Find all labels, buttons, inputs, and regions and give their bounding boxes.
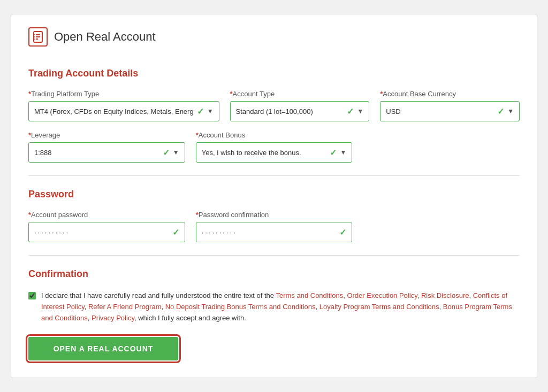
trading-section: Trading Account Details *Trading Platfor…	[28, 68, 520, 163]
account-type-group: *Account Type Standard (1 lot=100,000) ✓…	[230, 90, 370, 121]
form-row-2: *Leverage 1:888 ✓ ▼ *Account Bonus Yes, …	[28, 131, 520, 163]
page-header: Open Real Account	[28, 27, 520, 55]
platform-type-value: MT4 (Forex, CFDs on Equity Indices, Meta…	[34, 107, 197, 116]
page-title: Open Real Account	[54, 30, 156, 44]
check-icon: ✓	[197, 106, 204, 117]
loyalty-link[interactable]: Loyalty Program Terms and Conditions	[319, 303, 439, 311]
platform-type-label: *Trading Platform Type	[28, 90, 219, 98]
confirm-password-dots: ··········	[202, 228, 340, 236]
password-form-row: *Account password ·········· ✓ *Password…	[28, 211, 520, 242]
confirmation-section-title: Confirmation	[28, 268, 520, 280]
password-section-title: Password	[28, 189, 520, 200]
check-icon: ✓	[497, 106, 504, 117]
leverage-value: 1:888	[34, 149, 163, 157]
form-row-1: *Trading Platform Type MT4 (Forex, CFDs …	[28, 90, 520, 121]
base-currency-value: USD	[386, 107, 497, 116]
main-card: Open Real Account Trading Account Detail…	[11, 14, 537, 378]
account-bonus-label: *Account Bonus	[196, 131, 353, 139]
account-type-label: *Account Type	[230, 90, 370, 98]
open-account-button[interactable]: OPEN A REAL ACCOUNT	[28, 337, 178, 360]
dropdown-arrow-icon: ▼	[340, 149, 346, 156]
account-type-value: Standard (1 lot=100,000)	[236, 107, 347, 116]
document-icon	[28, 27, 48, 47]
password-confirm-group: *Password confirmation ·········· ✓	[196, 211, 353, 242]
spacer	[363, 211, 520, 242]
check-icon: ✓	[163, 148, 170, 158]
leverage-group: *Leverage 1:888 ✓ ▼	[28, 131, 185, 163]
password-dots: ··········	[34, 228, 172, 236]
password-section: Password *Account password ·········· ✓ …	[28, 189, 520, 242]
leverage-select[interactable]: 1:888 ✓ ▼	[28, 142, 185, 163]
account-password-group: *Account password ·········· ✓	[28, 211, 185, 242]
declaration-checkbox[interactable]	[28, 292, 36, 299]
account-bonus-group: *Account Bonus Yes, I wish to receive th…	[196, 131, 353, 163]
account-bonus-value: Yes, I wish to receive the bonus.	[202, 149, 330, 157]
privacy-policy-link[interactable]: Privacy Policy	[92, 314, 134, 322]
divider-1	[28, 175, 520, 176]
svg-point-4	[34, 34, 35, 35]
account-type-select[interactable]: Standard (1 lot=100,000) ✓ ▼	[230, 101, 370, 121]
password-confirm-label: *Password confirmation	[196, 211, 353, 219]
platform-type-select[interactable]: MT4 (Forex, CFDs on Equity Indices, Meta…	[28, 101, 219, 121]
dropdown-arrow-icon: ▼	[357, 107, 363, 115]
svg-point-6	[34, 39, 35, 40]
platform-type-group: *Trading Platform Type MT4 (Forex, CFDs …	[28, 90, 219, 121]
base-currency-group: *Account Base Currency USD ✓ ▼	[380, 90, 520, 121]
divider-2	[28, 255, 520, 256]
text-before: I declare that I have carefully read and…	[41, 291, 274, 299]
dropdown-arrow-icon: ▼	[507, 107, 514, 115]
check-icon: ✓	[339, 227, 346, 237]
spacer	[363, 131, 520, 163]
risk-disclosure-link[interactable]: Risk Disclosure	[421, 291, 469, 299]
account-bonus-select[interactable]: Yes, I wish to receive the bonus. ✓ ▼	[196, 142, 353, 163]
leverage-label: *Leverage	[28, 131, 185, 139]
check-icon: ✓	[330, 148, 337, 158]
terms-link[interactable]: Terms and Conditions	[276, 291, 343, 299]
refer-friend-link[interactable]: Refer A Friend Program	[88, 303, 162, 311]
no-deposit-link[interactable]: No Deposit Trading Bonus Terms and Condi…	[165, 303, 316, 311]
base-currency-select[interactable]: USD ✓ ▼	[380, 101, 520, 121]
account-password-label: *Account password	[28, 211, 185, 219]
dropdown-arrow-icon: ▼	[173, 149, 179, 156]
text-after: which I fully accept and agree with.	[138, 314, 246, 322]
confirmation-body: I declare that I have carefully read and…	[41, 290, 520, 324]
order-execution-link[interactable]: Order Execution Policy	[347, 291, 417, 299]
base-currency-label: *Account Base Currency	[380, 90, 520, 98]
account-password-input[interactable]: ·········· ✓	[28, 222, 185, 242]
declaration-checkbox-wrapper[interactable]	[28, 292, 36, 303]
confirmation-text-block: I declare that I have carefully read and…	[28, 290, 520, 324]
confirmation-section: Confirmation I declare that I have caref…	[28, 268, 520, 324]
password-confirm-input[interactable]: ·········· ✓	[196, 222, 353, 242]
dropdown-arrow-icon: ▼	[207, 107, 214, 115]
check-icon: ✓	[172, 227, 179, 237]
trading-section-title: Trading Account Details	[28, 68, 520, 79]
svg-point-5	[34, 36, 35, 37]
check-icon: ✓	[347, 106, 354, 117]
